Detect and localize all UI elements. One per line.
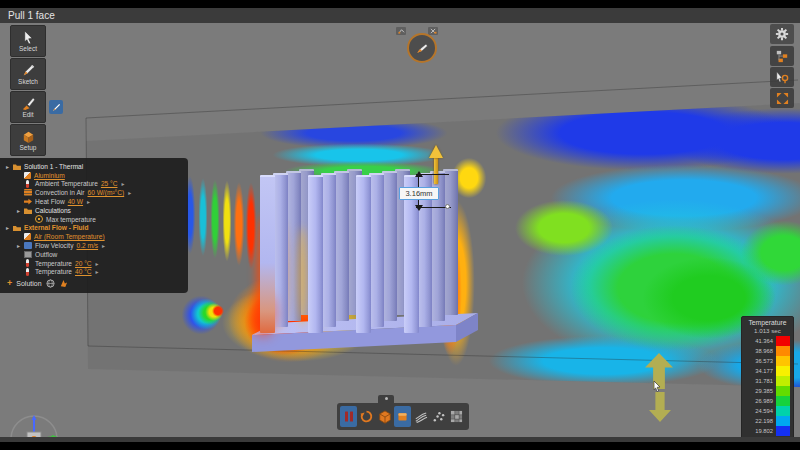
- thermometer-icon: [26, 180, 29, 188]
- pull-tool-indicator[interactable]: [407, 33, 437, 63]
- gear-icon: [775, 27, 789, 41]
- outflow-icon: [24, 251, 32, 258]
- folder-icon: [13, 163, 21, 170]
- heatsink-pin: [273, 173, 288, 327]
- expander-icon[interactable]: ▸: [17, 242, 24, 249]
- legend-row: 38.968: [745, 346, 790, 356]
- mesh-display-button[interactable]: [376, 406, 393, 427]
- tool-label: Select: [19, 45, 37, 52]
- tool-label: Setup: [20, 144, 37, 151]
- legend-color-swatch: [776, 396, 790, 406]
- legend-color-swatch: [776, 386, 790, 396]
- heatsink-pin: [334, 171, 349, 321]
- legend-row: 29.385: [745, 386, 790, 396]
- voxel-grid-button[interactable]: [448, 406, 465, 427]
- sketch-pencil-icon: [21, 63, 36, 78]
- select-tool-button[interactable]: Select: [10, 25, 46, 57]
- heatsink-pin: [369, 173, 384, 327]
- tree-item-value[interactable]: 60 W/(m²°C): [87, 189, 124, 196]
- flow-velocity-icon: [24, 242, 32, 249]
- item-menu-arrow-icon[interactable]: ▸: [96, 260, 99, 267]
- cursor-key-icon: [775, 71, 789, 84]
- selection-options-button[interactable]: [770, 67, 794, 87]
- replay-button[interactable]: [358, 406, 375, 427]
- item-menu-arrow-icon[interactable]: ▸: [102, 242, 105, 249]
- add-solution-label[interactable]: Solution: [16, 280, 41, 287]
- solve-icon[interactable]: [59, 279, 68, 288]
- voxel-grid-icon: [450, 410, 463, 423]
- legend-color-swatch: [776, 356, 790, 366]
- item-menu-arrow-icon[interactable]: ▸: [128, 189, 131, 196]
- legend-row: 31.781: [745, 376, 790, 386]
- expander-icon[interactable]: ▸: [17, 207, 24, 214]
- tree-item-temperature-20[interactable]: Temperature20 °C▸: [2, 259, 186, 268]
- legend-row: 41.364: [745, 336, 790, 346]
- add-solution-button[interactable]: +: [7, 279, 12, 288]
- tree-item-max-temperature[interactable]: Max temperature: [2, 215, 186, 224]
- select-cursor-icon: [21, 30, 36, 45]
- edit-pull-icon: [21, 96, 36, 111]
- dimension-value-input[interactable]: 3.16mm: [399, 187, 439, 200]
- tree-item-air[interactable]: Air (Room Temperature): [2, 232, 186, 241]
- hex-mesh-icon: [378, 410, 392, 424]
- tree-item-value[interactable]: 20 °C: [75, 260, 92, 267]
- temperature-legend: Temperature 1.013 sec 41.364 38.968 36.5…: [741, 316, 794, 442]
- hot-glow: [298, 227, 307, 327]
- tree-item-ambient-temp[interactable]: Ambient Temperature25 °C▸: [2, 180, 186, 189]
- tree-item-value[interactable]: 0.2 m/s: [76, 242, 98, 249]
- tree-item-external-flow[interactable]: ▸External Flow - Fluid: [2, 224, 186, 233]
- legend-color-swatch: [776, 376, 790, 386]
- drag-handle-dot[interactable]: [445, 204, 450, 209]
- legend-color-swatch: [776, 366, 790, 376]
- sketch-tool-button[interactable]: Sketch: [10, 58, 46, 90]
- tree-item-label: Solution 1 - Thermal: [24, 163, 83, 170]
- setup-cube-icon: [21, 129, 36, 144]
- fit-view-button[interactable]: [770, 88, 794, 108]
- legend-row: 24.594: [745, 406, 790, 416]
- tree-item-value[interactable]: 40 °C: [75, 268, 92, 275]
- app-window: Pull 1 face: [0, 0, 800, 450]
- tree-item-solution[interactable]: ▸Solution 1 - Thermal: [2, 162, 186, 171]
- active-edit-chip[interactable]: [49, 100, 63, 114]
- pull-option-left-icon[interactable]: [396, 27, 406, 35]
- material-icon: [24, 233, 31, 240]
- legend-row: 26.989: [745, 396, 790, 406]
- tree-item-value[interactable]: 40 W: [68, 198, 83, 205]
- globe-icon[interactable]: [46, 279, 55, 288]
- bottom-black-bar: [0, 442, 800, 450]
- item-menu-arrow-icon[interactable]: ▸: [87, 198, 90, 205]
- streamlines-button[interactable]: [412, 406, 429, 427]
- legend-color-swatch: [776, 426, 790, 436]
- tree-item-convection[interactable]: Convection in Air60 W/(m²°C)▸: [2, 188, 186, 197]
- expander-icon[interactable]: ▸: [6, 163, 13, 170]
- pull-arrow-icon[interactable]: [429, 145, 443, 158]
- display-box-icon: [396, 410, 409, 423]
- folder-icon: [13, 224, 21, 231]
- tree-item-label[interactable]: Aluminium: [34, 172, 65, 179]
- tree-item-value[interactable]: 25 °C: [101, 180, 118, 187]
- pause-button[interactable]: [340, 406, 357, 427]
- results-display-button[interactable]: [394, 406, 411, 427]
- particles-button[interactable]: [430, 406, 447, 427]
- tree-item-outflow[interactable]: Outflow: [2, 250, 186, 259]
- pull-option-right-icon[interactable]: [428, 27, 438, 35]
- settings-button[interactable]: [770, 24, 794, 44]
- tree-item-material[interactable]: Aluminium: [2, 171, 186, 180]
- streamlines-icon: [414, 410, 428, 423]
- legend-color-swatch: [776, 406, 790, 416]
- tree-item-flow-velocity[interactable]: ▸Flow Velocity0.2 m/s▸: [2, 241, 186, 250]
- item-menu-arrow-icon[interactable]: ▸: [122, 180, 125, 187]
- orientation-gizmo[interactable]: [2, 413, 72, 437]
- heatsink-pin: [308, 175, 323, 333]
- tree-item-temperature-40[interactable]: Temperature40 °C▸: [2, 268, 186, 277]
- tree-item-heat-flow[interactable]: Heat Flow40 W▸: [2, 197, 186, 206]
- edit-tool-button[interactable]: Edit: [10, 91, 46, 123]
- tree-item-calculations[interactable]: ▸Calculations: [2, 206, 186, 215]
- setup-tool-button[interactable]: Setup: [10, 124, 46, 156]
- pull-brush-icon: [414, 40, 430, 56]
- model-tree-button[interactable]: [770, 46, 794, 66]
- legend-row: 22.198: [745, 416, 790, 426]
- expander-icon[interactable]: ▸: [6, 224, 13, 231]
- item-menu-arrow-icon[interactable]: ▸: [96, 268, 99, 275]
- pull-arrow-stem[interactable]: [434, 157, 438, 184]
